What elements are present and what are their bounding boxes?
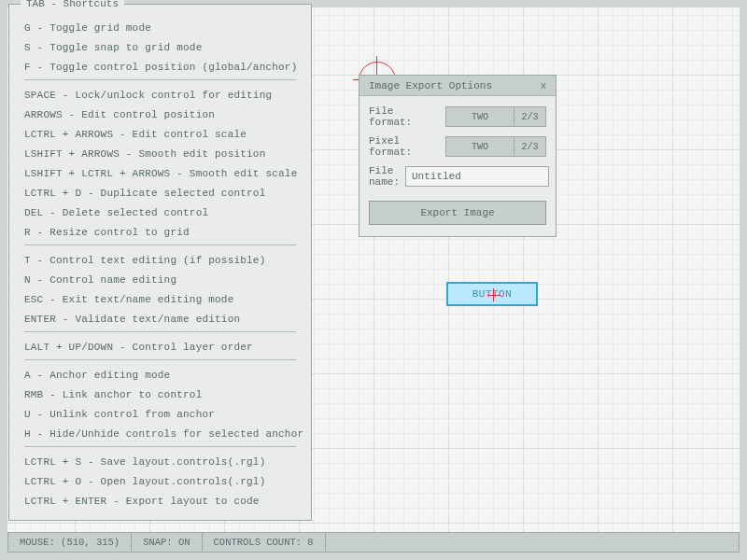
shortcut-item: LSHIFT + ARROWS - Smooth edit position — [24, 144, 296, 163]
shortcut-item: LCTRL + S - Save layout.controls(.rgl) — [24, 452, 296, 471]
shortcut-item: F - Toggle control position (global/anch… — [24, 57, 296, 77]
status-spacer — [326, 533, 739, 552]
canvas-control-label: BUTTON — [472, 288, 513, 300]
file-name-label: File name: — [369, 165, 400, 188]
canvas-control-button[interactable]: BUTTON — [446, 282, 538, 306]
close-icon[interactable]: x — [537, 79, 550, 92]
status-controls-count: CONTROLS COUNT: 8 — [203, 533, 326, 552]
shortcut-item: LSHIFT + LCTRL + ARROWS - Smooth edit sc… — [24, 163, 296, 183]
dialog-titlebar[interactable]: Image Export Options x — [359, 76, 556, 96]
shortcut-item: ESC - Exit text/name editing mode — [24, 289, 296, 309]
file-name-input[interactable] — [405, 166, 549, 187]
shortcut-item: LCTRL + O - Open layout.controls(.rgl) — [24, 471, 296, 491]
shortcuts-panel: TAB - Shortcuts G - Toggle grid modeS - … — [8, 4, 312, 521]
pixel-format-label: Pixel format: — [369, 135, 440, 158]
shortcut-item: RMB - Link anchor to control — [24, 385, 296, 404]
shortcut-item: U - Unlink control from anchor — [24, 404, 296, 424]
shortcut-item: LALT + UP/DOWN - Control layer order — [24, 337, 296, 357]
shortcut-divider — [24, 331, 296, 332]
shortcut-item: G - Toggle grid mode — [24, 18, 296, 37]
status-snap: SNAP: ON — [132, 533, 202, 552]
shortcut-divider — [24, 446, 296, 447]
shortcut-item: LCTRL + ENTER - Export layout to code — [24, 491, 296, 511]
status-bar: MOUSE: (510, 315) SNAP: ON CONTROLS COUN… — [7, 532, 740, 553]
shortcut-item: A - Anchor editing mode — [24, 365, 296, 385]
file-format-pager[interactable]: 2/3 — [514, 106, 546, 127]
pixel-format-pager[interactable]: 2/3 — [514, 136, 546, 157]
dialog-title: Image Export Options — [369, 80, 492, 91]
file-format-value[interactable]: TWO — [445, 106, 514, 127]
shortcut-divider — [24, 359, 296, 360]
pixel-format-combo[interactable]: TWO 2/3 — [445, 136, 546, 157]
export-dialog: Image Export Options x File format: TWO … — [359, 75, 557, 237]
shortcut-item: LCTRL + ARROWS - Edit control scale — [24, 124, 296, 144]
shortcuts-list: G - Toggle grid modeS - Toggle snap to g… — [24, 18, 296, 511]
export-image-button[interactable]: Export Image — [369, 201, 546, 225]
shortcut-item: ARROWS - Edit control position — [24, 105, 296, 124]
shortcut-divider — [24, 79, 296, 80]
shortcut-divider — [24, 245, 296, 245]
shortcut-item: H - Hide/Unhide controls for selected an… — [24, 424, 296, 443]
shortcut-item: S - Toggle snap to grid mode — [24, 37, 296, 57]
shortcut-item: LCTRL + D - Duplicate selected control — [24, 183, 296, 203]
shortcut-item: R - Resize control to grid — [24, 222, 296, 242]
shortcut-item: T - Control text editing (if possible) — [24, 250, 296, 270]
file-format-label: File format: — [369, 105, 440, 128]
shortcuts-title: TAB - Shortcuts — [21, 0, 124, 9]
shortcut-item: SPACE - Lock/unlock control for editing — [24, 85, 296, 105]
shortcut-item: DEL - Delete selected control — [24, 203, 296, 222]
shortcut-item: ENTER - Validate text/name edition — [24, 309, 296, 329]
pixel-format-value[interactable]: TWO — [445, 136, 514, 157]
shortcut-item: N - Control name editing — [24, 270, 296, 289]
file-format-combo[interactable]: TWO 2/3 — [445, 106, 546, 127]
status-mouse: MOUSE: (510, 315) — [8, 533, 132, 552]
